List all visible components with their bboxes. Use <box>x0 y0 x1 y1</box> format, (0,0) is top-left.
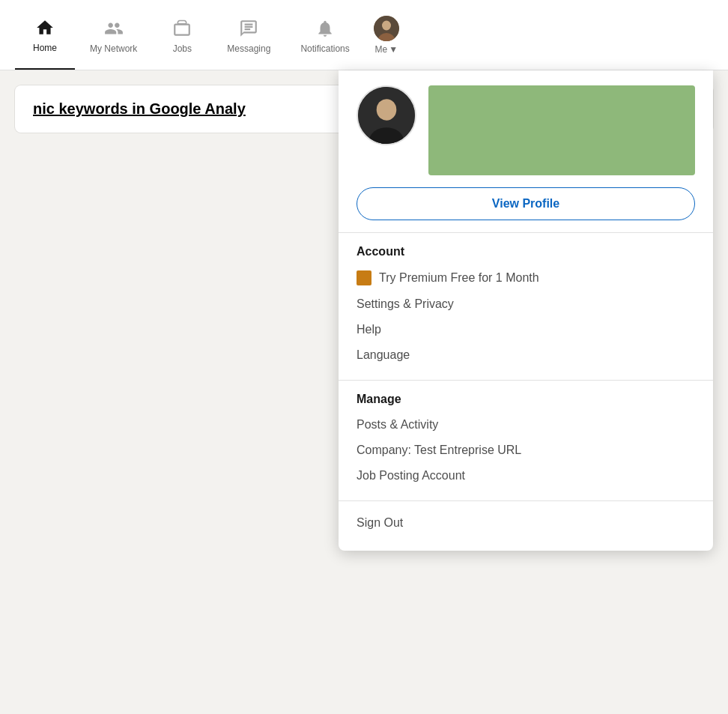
help-menu-item[interactable]: Help <box>357 317 695 342</box>
profile-avatar <box>357 85 416 145</box>
nav-messaging[interactable]: Messaging <box>212 0 285 70</box>
nav-my-network[interactable]: My Network <box>75 0 152 70</box>
nav-me-avatar <box>374 16 399 41</box>
home-icon <box>35 16 55 40</box>
manage-section: Manage Posts & Activity Company: Test En… <box>339 381 713 500</box>
view-profile-button-wrap: View Profile <box>339 187 713 232</box>
nav-notifications[interactable]: Notifications <box>285 0 364 70</box>
jobs-icon <box>172 16 192 40</box>
nav-messaging-label: Messaging <box>227 43 270 54</box>
posts-activity-menu-item[interactable]: Posts & Activity <box>357 412 695 438</box>
posts-activity-label: Posts & Activity <box>357 418 438 432</box>
premium-label: Try Premium Free for 1 Month <box>379 271 539 285</box>
profile-section <box>339 70 713 187</box>
nav-home[interactable]: Home <box>15 0 75 70</box>
premium-icon <box>357 270 371 285</box>
nav-my-network-label: My Network <box>90 43 137 54</box>
nav-me[interactable]: Me ▼ <box>365 0 408 70</box>
top-nav: Home My Network Jobs Messaging <box>0 0 728 70</box>
svg-point-4 <box>377 99 397 121</box>
language-label: Language <box>357 348 410 362</box>
manage-section-title: Manage <box>357 393 695 406</box>
me-dropdown-panel: View Profile Account Try Premium Free fo… <box>339 70 713 551</box>
nav-jobs[interactable]: Jobs <box>152 0 212 70</box>
view-profile-button[interactable]: View Profile <box>357 187 695 220</box>
language-menu-item[interactable]: Language <box>357 342 695 368</box>
my-network-icon <box>104 16 124 40</box>
account-section-title: Account <box>357 245 695 258</box>
messaging-icon <box>239 16 258 40</box>
job-posting-label: Job Posting Account <box>357 469 465 482</box>
company-label: Company: Test Entreprise URL <box>357 444 521 457</box>
account-section: Account Try Premium Free for 1 Month Set… <box>339 233 713 380</box>
notifications-icon <box>315 16 335 40</box>
nav-notifications-label: Notifications <box>300 43 349 54</box>
help-label: Help <box>357 323 381 336</box>
nav-me-label: Me ▼ <box>374 44 398 55</box>
nav-home-label: Home <box>33 43 57 53</box>
company-menu-item[interactable]: Company: Test Entreprise URL <box>357 438 695 463</box>
svg-point-1 <box>382 20 391 30</box>
job-posting-menu-item[interactable]: Job Posting Account <box>357 463 695 488</box>
settings-label: Settings & Privacy <box>357 297 454 311</box>
profile-background-image <box>428 85 695 175</box>
sign-out-section: Sign Out <box>339 500 713 551</box>
premium-menu-item[interactable]: Try Premium Free for 1 Month <box>357 264 695 291</box>
chevron-down-icon: ▼ <box>389 44 398 55</box>
nav-jobs-label: Jobs <box>173 43 192 54</box>
settings-menu-item[interactable]: Settings & Privacy <box>357 291 695 317</box>
sign-out-menu-item[interactable]: Sign Out <box>357 510 695 536</box>
